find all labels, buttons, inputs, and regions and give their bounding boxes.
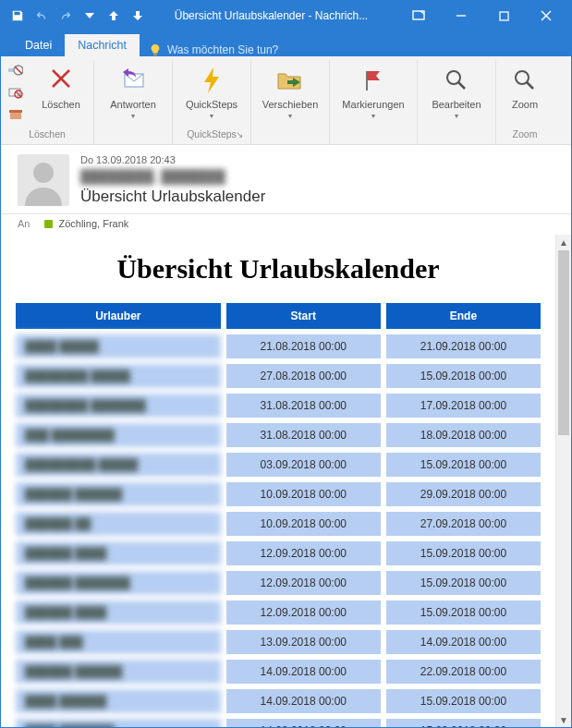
chevron-down-icon: ▾ [210,112,213,120]
group-respond: Antworten ▾ [94,60,173,144]
cell-name: ██████ ██████ [14,658,223,686]
cell-end: 14.09.2018 00:00 [384,628,542,656]
table-row: ███ ████████31.08.2018 00:0018.09.2018 0… [14,421,542,449]
cell-name: ████████ ███████ [14,392,223,419]
lightning-icon [201,67,222,93]
prev-item-icon[interactable] [106,8,121,23]
cell-start: 03.09.2018 00:00 [225,451,383,479]
reply-button[interactable]: Antworten ▾ [100,62,166,124]
zoom-button[interactable]: Zoom [502,62,548,114]
save-icon[interactable] [10,8,25,23]
cell-start: 21.08.2018 00:00 [225,333,383,360]
cell-name: ████ ███████ [14,717,223,727]
table-row: ██████ ██████10.09.2018 00:0029.09.2018 … [14,480,542,508]
tab-message[interactable]: Nachricht [65,34,140,56]
dialog-launcher-icon[interactable]: ↘ [236,129,247,140]
scroll-down-icon[interactable]: ▼ [556,712,571,727]
cell-start: 12.09.2018 00:00 [225,599,383,626]
group-zoom-label: Zoom [502,127,548,142]
sender-name: ████████, ███████ [80,169,553,184]
scroll-thumb[interactable] [558,250,569,435]
quick-access-toolbar [5,8,145,23]
svg-rect-8 [8,68,13,72]
tab-file[interactable]: Datei [12,34,65,56]
svg-line-19 [458,82,465,89]
next-item-icon[interactable] [130,8,145,23]
person-icon [18,154,69,206]
table-row: █████████ █████03.09.2018 00:0015.09.201… [14,451,542,479]
svg-line-7 [15,67,22,74]
window-title: Übersicht Urlaubskalender - Nachrich... [145,9,397,22]
svg-line-21 [527,82,533,89]
minimize-button[interactable] [440,1,482,30]
archive-icon[interactable] [6,106,25,123]
cell-name: ██████ ███████ [14,569,223,597]
svg-rect-2 [500,12,508,20]
reply-icon [119,68,147,92]
table-row: ████ ██████14.09.2018 00:0015.09.2018 00… [14,687,542,715]
cell-name: ██████ ████ [14,599,223,626]
find-icon [444,68,469,92]
vertical-scrollbar[interactable]: ▲ ▼ [555,235,571,727]
table-row: ██████ ████12.09.2018 00:0015.09.2018 00… [14,599,542,626]
maximize-button[interactable] [482,1,525,30]
cell-start: 31.08.2018 00:00 [225,392,383,419]
page-title: Übersicht Urlaubskalender [12,253,544,285]
group-zoom: Zoom Zoom [496,60,554,144]
avatar [18,154,69,206]
cell-end: 15.09.2018 00:00 [384,717,542,727]
delete-button[interactable]: Löschen [34,62,88,114]
chevron-down-icon: ▾ [288,112,292,120]
move-folder-icon [276,68,304,92]
table-row: ████ ███13.09.2018 00:0014.09.2018 00:00 [14,628,542,656]
cell-end: 27.09.2018 00:00 [384,510,542,538]
tags-button[interactable]: Markierungen ▾ [335,62,411,124]
cell-start: 12.09.2018 00:00 [225,569,383,597]
cell-end: 21.09.2018 00:00 [384,333,542,360]
group-tags: Markierungen ▾ [330,60,418,144]
cell-start: 31.08.2018 00:00 [225,421,383,449]
cell-end: 15.09.2018 00:00 [384,599,542,626]
scroll-up-icon[interactable]: ▲ [556,235,571,249]
cell-name: █████████ █████ [14,451,223,479]
undo-icon[interactable] [34,8,49,23]
cell-end: 17.09.2018 00:00 [384,392,542,419]
group-edit: Bearbeiten ▾ [418,60,496,144]
table-row: ████████ ███████31.08.2018 00:0017.09.20… [14,392,542,419]
cell-end: 18.09.2018 00:00 [384,421,542,449]
svg-rect-5 [153,54,157,55]
qat-dropdown-icon[interactable] [82,8,97,23]
recipient-line: An Zöchling, Frank [1,214,571,235]
ribbon-display-options-icon[interactable] [397,1,440,30]
cell-name: ██████ ██ [14,510,223,538]
cell-name: ████ █████ [14,333,223,360]
recipient-name: Zöchling, Frank [58,218,128,229]
junk-icon[interactable] [6,84,25,101]
flag-icon [361,68,385,92]
sent-date: Do 13.09.2018 20:43 [80,154,553,165]
delete-icon [50,67,72,93]
tell-me-label: Was möchten Sie tun? [167,43,278,56]
title-bar: Übersicht Urlaubskalender - Nachrich... [1,1,571,30]
cell-name: ██████ ████ [14,540,223,567]
redo-icon[interactable] [58,8,73,23]
close-button[interactable] [525,1,567,30]
edit-button[interactable]: Bearbeiten ▾ [423,62,490,124]
cell-start: 14.09.2018 00:00 [225,717,383,727]
move-button[interactable]: Verschieben ▾ [257,62,323,124]
group-delete-label: Löschen [6,127,88,142]
quicksteps-button[interactable]: QuickSteps ▾ [178,62,245,124]
group-quicksteps: QuickSteps ▾ QuickSteps ↘ [173,60,251,144]
table-row: ██████ ██10.09.2018 00:0027.09.2018 00:0… [14,510,542,538]
message-body: Übersicht Urlaubskalender Urlauber Start… [1,235,571,727]
tell-me-search[interactable]: Was möchten Sie tun? [149,43,278,56]
ribbon-tabs: Datei Nachricht Was möchten Sie tun? [1,30,571,56]
delete-label: Löschen [42,99,80,110]
move-label: Verschieben [262,99,319,110]
zoom-icon [513,68,537,92]
ignore-icon[interactable] [6,62,25,79]
table-row: ██████ ██████14.09.2018 00:0022.09.2018 … [14,658,542,686]
tags-label: Markierungen [342,99,404,110]
chevron-down-icon: ▾ [455,112,458,120]
svg-rect-12 [9,110,22,113]
